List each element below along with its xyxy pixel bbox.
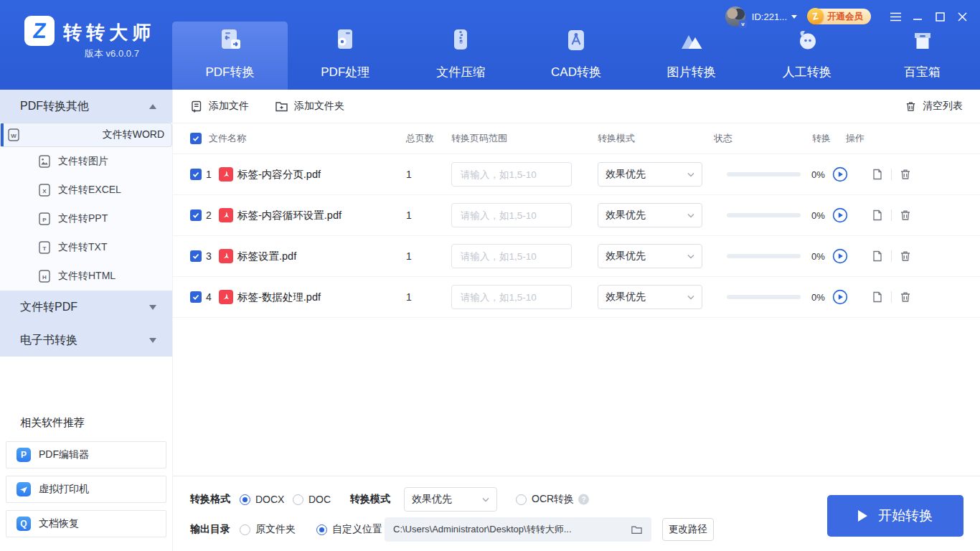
sidebar-item-to-html[interactable]: H 文件转HTML <box>0 262 172 291</box>
delete-row-icon[interactable] <box>899 168 912 181</box>
mode-value: 效果优先 <box>606 250 646 263</box>
add-file-label: 添加文件 <box>209 100 249 113</box>
clear-list-button[interactable]: 清空列表 <box>905 100 963 113</box>
menu-icon[interactable] <box>887 9 903 24</box>
add-folder-button[interactable]: 添加文件夹 <box>275 100 344 113</box>
chevron-down-icon <box>687 213 694 218</box>
change-path-label: 更改路径 <box>669 523 707 536</box>
open-membership-button[interactable]: Z 开通会员 <box>809 9 871 24</box>
user-dropdown-caret-icon[interactable] <box>791 15 797 19</box>
file-compress-icon <box>444 24 477 57</box>
divider <box>891 209 892 221</box>
tab-label: 百宝箱 <box>904 64 941 80</box>
table-header: 文件名称 总页数 转换页码范围 转换模式 状态 转换 操作 <box>173 123 980 154</box>
play-button[interactable] <box>832 166 848 182</box>
global-mode-select[interactable]: 效果优先 <box>404 487 497 512</box>
excel-doc-icon: X <box>39 184 50 197</box>
sidebar-section-to-pdf[interactable]: 文件转PDF <box>0 291 172 324</box>
recommend-doc-recovery[interactable]: Q 文档恢复 <box>6 510 166 537</box>
mode-select[interactable]: 效果优先 <box>598 203 702 227</box>
delete-row-icon[interactable] <box>899 291 912 303</box>
sidebar-item-label: 文件转TXT <box>58 241 107 254</box>
member-badge-label: 开通会员 <box>827 11 863 23</box>
mode-value: 效果优先 <box>606 291 646 303</box>
page-range-input[interactable] <box>451 162 572 187</box>
page-range-input[interactable] <box>451 244 572 268</box>
recommend-label: 虚拟打印机 <box>39 483 89 496</box>
row-checkbox[interactable] <box>190 250 202 262</box>
sidebar-item-to-image[interactable]: 文件转图片 <box>0 147 172 176</box>
sidebar-section-pdf-other[interactable]: PDF转换其他 <box>0 90 172 123</box>
tab-pdf-process[interactable]: PDF处理 <box>288 0 403 90</box>
delete-row-icon[interactable] <box>899 209 912 222</box>
row-checkbox[interactable] <box>190 209 202 221</box>
sidebar-item-to-excel[interactable]: X 文件转EXCEL <box>0 176 172 204</box>
page-range-input[interactable] <box>451 203 572 227</box>
col-operations: 操作 <box>846 132 864 145</box>
recommend-pdf-editor[interactable]: P PDF编辑器 <box>6 441 166 468</box>
app-title: 转转大师 <box>63 20 155 45</box>
recommend-virtual-printer[interactable]: 虚拟打印机 <box>6 476 166 503</box>
play-button[interactable] <box>832 248 848 264</box>
tab-pdf-convert[interactable]: PDF转换 <box>172 0 288 90</box>
progress-bar <box>727 213 801 217</box>
change-path-button[interactable]: 更改路径 <box>662 518 714 541</box>
radio-label: DOC <box>308 494 331 505</box>
tab-file-compress[interactable]: 文件压缩 <box>403 0 519 90</box>
ocr-help-icon[interactable]: ? <box>578 494 589 505</box>
mode-select[interactable]: 效果优先 <box>598 162 702 187</box>
sidebar-item-to-word[interactable]: W 文件转WORD <box>0 123 172 147</box>
delete-row-icon[interactable] <box>899 250 912 263</box>
open-file-icon[interactable] <box>871 291 884 303</box>
output-label: 输出目录 <box>190 523 230 536</box>
row-checkbox[interactable] <box>190 291 202 303</box>
open-file-icon[interactable] <box>871 209 884 222</box>
window-controls <box>887 9 970 24</box>
select-all-checkbox[interactable] <box>190 133 202 144</box>
row-checkbox[interactable] <box>190 169 202 180</box>
sidebar-section-ebook[interactable]: 电子书转换 <box>0 324 172 357</box>
sidebar-item-label: 文件转EXCEL <box>58 184 121 197</box>
radio-custom-location[interactable]: 自定义位置 <box>316 523 382 536</box>
close-button[interactable] <box>954 9 970 24</box>
radio-docx[interactable]: DOCX <box>240 494 284 505</box>
member-coin-icon: Z <box>806 6 825 26</box>
pdf-file-icon <box>219 167 233 182</box>
play-button[interactable] <box>832 207 848 223</box>
user-avatar[interactable]: v <box>725 6 745 27</box>
tab-label: PDF处理 <box>321 64 369 80</box>
radio-label: DOCX <box>255 494 284 505</box>
sidebar-item-to-ppt[interactable]: P 文件转PPT <box>0 204 172 233</box>
start-convert-label: 开始转换 <box>878 507 933 525</box>
mode-label: 转换模式 <box>350 493 390 506</box>
pdf-editor-icon: P <box>17 448 31 462</box>
folder-icon <box>631 524 643 535</box>
mode-select[interactable]: 效果优先 <box>598 244 702 268</box>
radio-source-folder[interactable]: 原文件夹 <box>240 523 296 536</box>
open-file-icon[interactable] <box>871 250 884 263</box>
sidebar-items: W 文件转WORD 文件转图片 X 文件转EXCEL P 文件转PPT <box>0 123 172 291</box>
col-file-name: 文件名称 <box>209 132 246 145</box>
clear-list-label: 清空列表 <box>923 100 963 113</box>
radio-ocr[interactable]: OCR转换 <box>516 493 574 506</box>
format-label: 转换格式 <box>190 493 230 506</box>
minimize-button[interactable] <box>910 9 925 24</box>
mode-value: 效果优先 <box>606 209 646 222</box>
page-range-input[interactable] <box>451 285 572 309</box>
check-icon <box>192 252 200 260</box>
add-file-button[interactable]: 添加文件 <box>190 100 249 113</box>
maximize-button[interactable] <box>932 9 948 24</box>
pdf-file-icon <box>219 208 233 222</box>
row-index: 3 <box>206 250 212 262</box>
tab-cad-convert[interactable]: CAD转换 <box>519 0 634 90</box>
doc-recovery-icon: Q <box>17 517 31 531</box>
sidebar-item-label: 文件转PPT <box>58 212 108 225</box>
col-page-range: 转换页码范围 <box>451 132 507 145</box>
mode-select[interactable]: 效果优先 <box>598 285 702 309</box>
radio-doc[interactable]: DOC <box>293 494 331 505</box>
start-convert-button[interactable]: 开始转换 <box>827 495 963 537</box>
open-file-icon[interactable] <box>871 168 884 181</box>
output-path-field[interactable]: C:\Users\Administrator\Desktop\转转大师... <box>385 517 651 542</box>
play-button[interactable] <box>832 289 848 305</box>
sidebar-item-to-txt[interactable]: T 文件转TXT <box>0 233 172 262</box>
